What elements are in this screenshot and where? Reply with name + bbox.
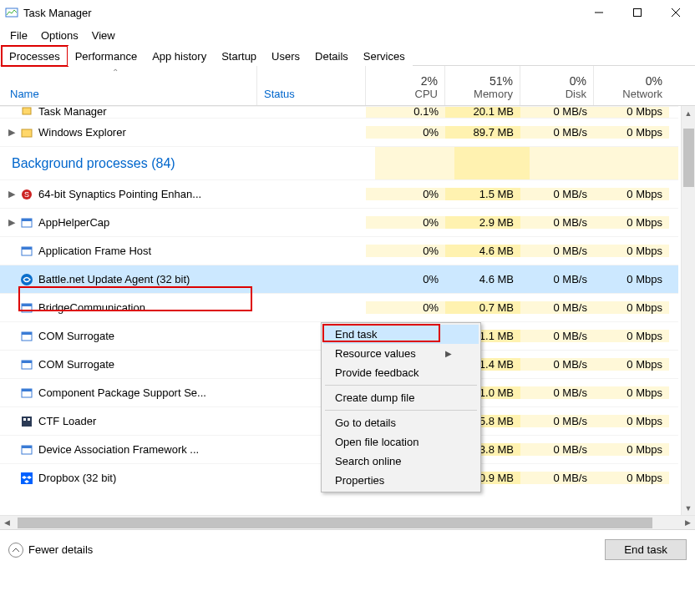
window-title: Task Manager [23,7,92,19]
chevron-up-icon [8,543,23,558]
svg-rect-21 [22,389,32,391]
scroll-thumb[interactable] [18,518,652,528]
scroll-right-icon[interactable]: ▶ [681,518,695,527]
titlebar: Task Manager [0,0,695,25]
ctx-create-dump[interactable]: Create dump file [323,388,479,407]
ctx-open-file-location[interactable]: Open file location [323,432,479,452]
tab-app-history[interactable]: App history [145,46,214,66]
svg-text:S: S [24,190,29,199]
generic-app-icon [20,358,33,371]
scroll-up-icon[interactable]: ▲ [682,106,695,120]
svg-rect-17 [22,332,32,335]
svg-rect-5 [23,108,31,114]
generic-app-icon [20,330,33,343]
column-network[interactable]: 0%Network [594,66,669,105]
expand-icon[interactable]: ▶ [5,189,18,199]
table-row[interactable]: ▶AppHelperCap 0%2.9 MB0 MB/s0 Mbps [0,208,678,236]
svg-rect-2 [634,9,642,17]
table-row[interactable]: BridgeCommunication 0%0.7 MB0 MB/s0 Mbps [0,293,678,321]
column-status[interactable]: Status [257,66,366,105]
window-minimize-button[interactable] [580,0,618,25]
scroll-thumb[interactable] [683,129,694,187]
scroll-down-icon[interactable]: ▼ [682,501,695,515]
svg-rect-0 [6,8,18,17]
tab-services[interactable]: Services [356,46,413,66]
svg-rect-6 [22,129,32,137]
menu-separator [325,410,477,411]
menu-view[interactable]: View [85,28,122,43]
synaptics-icon: S [20,188,33,201]
ctx-properties[interactable]: Properties [323,471,479,490]
ctx-provide-feedback[interactable]: Provide feedback [323,363,479,382]
expand-icon[interactable]: ▶ [5,217,18,228]
svg-rect-26 [22,446,32,448]
generic-app-icon [20,216,33,230]
table-row[interactable]: ▶Windows Explorer 0% 89.7 MB 0 MB/s 0 Mb… [0,118,678,146]
section-background-processes: Background processes (84) [0,146,678,179]
ctf-loader-icon [20,415,33,428]
tab-performance[interactable]: Performance [68,46,145,66]
table-row[interactable]: ▶S64-bit Synaptics Pointing Enhan... 0%1… [0,179,678,208]
table-row[interactable]: Application Frame Host 0%4.6 MB0 MB/s0 M… [0,236,678,265]
table-row[interactable]: Task Manager 0.1% 20.1 MB 0 MB/s 0 Mbps [0,106,678,118]
vertical-scrollbar[interactable]: ▲ ▼ [681,106,695,515]
generic-app-icon [20,301,33,315]
menu-separator [325,385,477,386]
end-task-button[interactable]: End task [605,539,687,560]
app-process-icon [20,106,33,118]
expand-icon[interactable]: ▶ [5,127,18,138]
menu-bar: File Options View [0,25,695,43]
generic-app-icon [20,386,33,400]
tab-users[interactable]: Users [264,46,307,66]
horizontal-scrollbar[interactable]: ◀ ▶ [0,515,695,529]
context-menu: End task Resource values▶ Provide feedba… [321,322,481,492]
svg-rect-12 [22,247,32,250]
window-maximize-button[interactable] [618,0,657,25]
tab-strip: Processes Performance App history Startu… [0,45,695,66]
svg-rect-22 [22,417,32,427]
fewer-details-toggle[interactable]: Fewer details [8,543,93,558]
scroll-left-icon[interactable]: ◀ [0,518,14,527]
generic-app-icon [20,245,33,258]
column-disk[interactable]: 0%Disk [520,66,594,105]
column-cpu[interactable]: 2%CPU [366,66,445,105]
column-header-row: ⌃ Name Status 2%CPU 51%Memory 0%Disk 0%N… [0,66,695,106]
ctx-resource-values[interactable]: Resource values▶ [323,344,479,363]
ctx-search-online[interactable]: Search online [323,452,479,471]
svg-rect-19 [22,361,32,363]
tab-processes[interactable]: Processes [2,46,68,66]
svg-rect-15 [22,304,32,306]
tab-startup[interactable]: Startup [214,46,264,66]
app-icon [5,6,18,19]
submenu-arrow-icon: ▶ [445,349,452,358]
menu-file[interactable]: File [3,28,34,43]
explorer-icon [20,126,33,139]
dropbox-icon [20,472,33,485]
ctx-go-to-details[interactable]: Go to details [323,413,479,432]
window-close-button[interactable] [657,0,695,25]
table-row-selected[interactable]: Battle.net Update Agent (32 bit) 0%4.6 M… [0,265,678,293]
battlenet-icon [20,273,33,286]
svg-rect-24 [28,418,30,421]
footer: Fewer details End task [0,529,695,569]
ctx-end-task[interactable]: End task [323,325,479,344]
svg-point-13 [21,274,33,285]
menu-options[interactable]: Options [34,28,85,43]
column-name[interactable]: Name [0,66,257,105]
svg-rect-23 [23,418,26,421]
svg-rect-10 [22,219,32,221]
sort-indicator-icon: ⌃ [112,68,119,77]
column-memory[interactable]: 51%Memory [445,66,520,105]
tab-details[interactable]: Details [307,46,356,66]
generic-app-icon [20,443,33,457]
